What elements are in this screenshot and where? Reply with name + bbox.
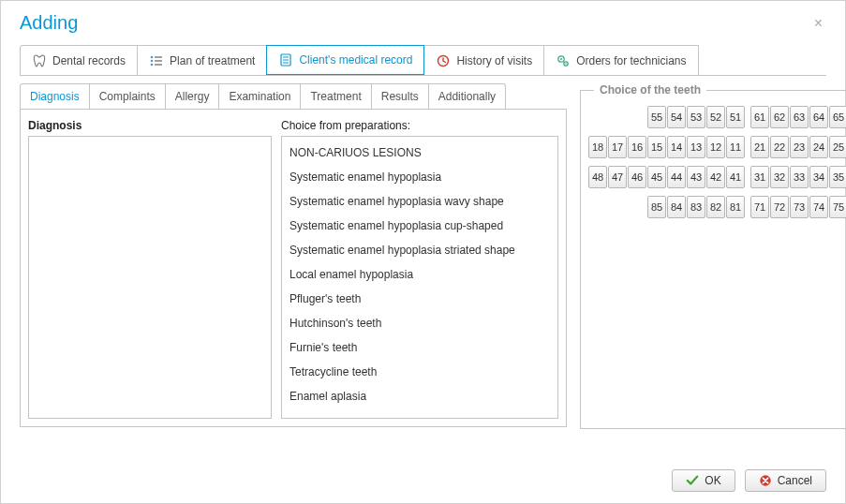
tooth-15[interactable]: 15 xyxy=(647,136,666,158)
main-tab-client-s-medical-record[interactable]: Client's medical record xyxy=(266,45,424,75)
svg-point-0 xyxy=(151,55,154,58)
tooth-16[interactable]: 16 xyxy=(628,136,646,158)
tooth-55[interactable]: 55 xyxy=(647,106,666,128)
ok-button[interactable]: OK xyxy=(672,469,735,492)
sub-tab-diagnosis[interactable]: Diagnosis xyxy=(20,83,90,109)
tooth-46[interactable]: 46 xyxy=(628,166,646,188)
sub-tab-treatment[interactable]: Treatment xyxy=(300,83,371,109)
preparation-item[interactable]: Systematic enamel hypoplasia wavy shape xyxy=(282,189,557,214)
preparation-item[interactable]: Tetracycline teeth xyxy=(282,360,557,384)
tooth-17[interactable]: 17 xyxy=(608,136,627,158)
tooth-24[interactable]: 24 xyxy=(809,136,828,158)
tooth-group-right: 3132333435363738 xyxy=(750,166,846,188)
tooth-12[interactable]: 12 xyxy=(706,136,725,158)
tooth-13[interactable]: 13 xyxy=(687,136,705,158)
tooth-43[interactable]: 43 xyxy=(687,166,705,188)
preparation-item[interactable]: Pfluger's teeth xyxy=(282,287,557,311)
preparation-item[interactable]: Systematic enamel hypoplasia xyxy=(282,165,557,189)
preparation-item[interactable]: Furnie's teeth xyxy=(282,335,557,360)
tooth-22[interactable]: 22 xyxy=(770,136,789,158)
tooth-53[interactable]: 53 xyxy=(687,106,705,128)
tooth-83[interactable]: 83 xyxy=(687,196,705,218)
list-icon xyxy=(149,53,164,68)
tooth-45[interactable]: 45 xyxy=(647,166,666,188)
preparations-list[interactable]: NON-CARIUOS LESIONSSystematic enamel hyp… xyxy=(282,137,557,418)
tooth-54[interactable]: 54 xyxy=(667,106,686,128)
sub-tab-results[interactable]: Results xyxy=(371,83,429,109)
tooth-35[interactable]: 35 xyxy=(829,166,846,188)
svg-point-1 xyxy=(151,59,154,62)
tooth-73[interactable]: 73 xyxy=(790,196,809,218)
check-icon xyxy=(686,474,699,487)
teeth-row: 85848382817172737475 xyxy=(647,196,846,218)
tooth-group-left: 4847464544434241 xyxy=(588,166,745,188)
main-tab-plan-of-treatment[interactable]: Plan of treatment xyxy=(137,45,267,75)
tooth-48[interactable]: 48 xyxy=(588,166,607,188)
sub-tab-examination[interactable]: Examination xyxy=(218,83,301,109)
tooth-47[interactable]: 47 xyxy=(608,166,627,188)
svg-point-2 xyxy=(151,63,154,66)
tooth-74[interactable]: 74 xyxy=(809,196,828,218)
teeth-row: 18171615141312112122232425262728 xyxy=(588,136,846,158)
main-tab-label: Client's medical record xyxy=(299,53,412,67)
tooth-group-right: 2122232425262728 xyxy=(750,136,846,158)
tooth-51[interactable]: 51 xyxy=(726,106,745,128)
tooth-44[interactable]: 44 xyxy=(667,166,686,188)
preparation-item[interactable]: Hutchinson's teeth xyxy=(282,311,557,335)
cancel-button-label: Cancel xyxy=(778,474,812,487)
tooth-group-right: 6162636465 xyxy=(750,106,846,128)
main-tab-label: Orders for technicians xyxy=(576,54,686,67)
main-tab-history-of-visits[interactable]: History of visits xyxy=(423,45,544,75)
svg-point-13 xyxy=(560,58,562,60)
tooth-42[interactable]: 42 xyxy=(706,166,725,188)
tooth-63[interactable]: 63 xyxy=(790,106,809,128)
diagnosis-textbox[interactable] xyxy=(28,136,272,419)
tooth-62[interactable]: 62 xyxy=(770,106,789,128)
tooth-18[interactable]: 18 xyxy=(588,136,607,158)
tooth-64[interactable]: 64 xyxy=(809,106,828,128)
tooth-85[interactable]: 85 xyxy=(647,196,666,218)
main-tab-bar: Dental recordsPlan of treatmentClient's … xyxy=(20,45,826,76)
main-tab-label: Plan of treatment xyxy=(170,54,255,67)
ok-button-label: OK xyxy=(705,474,720,487)
tooth-72[interactable]: 72 xyxy=(770,196,789,218)
tooth-34[interactable]: 34 xyxy=(809,166,828,188)
tooth-14[interactable]: 14 xyxy=(667,136,686,158)
tooth-11[interactable]: 11 xyxy=(726,136,745,158)
close-icon[interactable]: × xyxy=(810,15,826,32)
tooth-65[interactable]: 65 xyxy=(829,106,846,128)
cancel-icon xyxy=(759,474,772,487)
tooth-group-left: 8584838281 xyxy=(647,196,745,218)
preparation-item[interactable]: Systematic enamel hypoplasia striated sh… xyxy=(282,238,557,262)
diagnosis-column: Diagnosis xyxy=(28,117,272,419)
tooth-61[interactable]: 61 xyxy=(750,106,769,128)
preparation-item[interactable]: NON-CARIUOS LESIONS xyxy=(282,141,557,165)
main-tab-dental-records[interactable]: Dental records xyxy=(20,45,138,75)
sub-tab-additionally[interactable]: Additionally xyxy=(428,83,506,109)
left-column: DiagnosisComplaintsAllergyExaminationTre… xyxy=(20,83,567,429)
tooth-82[interactable]: 82 xyxy=(706,196,725,218)
tooth-33[interactable]: 33 xyxy=(790,166,809,188)
cancel-button[interactable]: Cancel xyxy=(745,469,826,492)
preparation-item[interactable]: Systematic enamel hypoplasia cup-shaped xyxy=(282,214,557,238)
sub-tab-complaints[interactable]: Complaints xyxy=(89,83,166,109)
tooth-84[interactable]: 84 xyxy=(667,196,686,218)
preparation-item[interactable]: Enamel aplasia xyxy=(282,384,557,408)
tooth-71[interactable]: 71 xyxy=(750,196,769,218)
main-tab-orders-for-technicians[interactable]: Orders for technicians xyxy=(543,45,698,75)
sub-tab-allergy[interactable]: Allergy xyxy=(165,83,220,109)
tooth-group-left: 5554535251 xyxy=(647,106,745,128)
tooth-81[interactable]: 81 xyxy=(726,196,745,218)
tooth-41[interactable]: 41 xyxy=(726,166,745,188)
tooth-31[interactable]: 31 xyxy=(750,166,769,188)
tooth-25[interactable]: 25 xyxy=(829,136,846,158)
preparation-item[interactable]: Local enamel hypoplasia xyxy=(282,262,557,287)
teeth-row: 48474645444342413132333435363738 xyxy=(588,166,846,188)
tooth-75[interactable]: 75 xyxy=(829,196,846,218)
tooth-32[interactable]: 32 xyxy=(770,166,789,188)
tooth-52[interactable]: 52 xyxy=(706,106,725,128)
tooth-21[interactable]: 21 xyxy=(750,136,769,158)
history-icon xyxy=(436,53,451,68)
tooth-23[interactable]: 23 xyxy=(790,136,809,158)
main-tab-label: Dental records xyxy=(52,54,126,67)
